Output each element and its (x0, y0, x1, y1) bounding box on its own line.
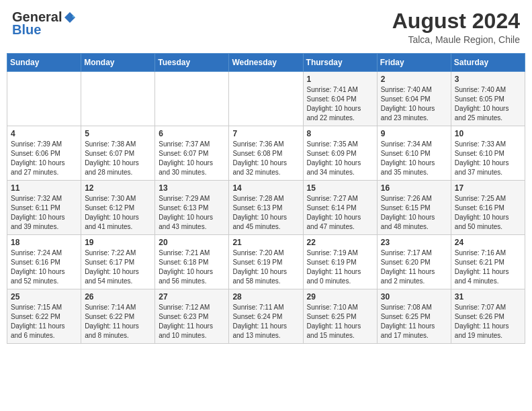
day-info: Sunrise: 7:16 AMSunset: 6:21 PMDaylight:… (455, 248, 521, 286)
calendar-week-2: 4Sunrise: 7:39 AMSunset: 6:06 PMDaylight… (7, 126, 525, 181)
calendar-cell: 19Sunrise: 7:22 AMSunset: 6:17 PMDayligh… (81, 235, 155, 289)
day-number: 19 (85, 238, 151, 247)
day-info: Sunrise: 7:36 AMSunset: 6:08 PMDaylight:… (232, 140, 299, 177)
calendar-cell: 23Sunrise: 7:17 AMSunset: 6:20 PMDayligh… (377, 235, 451, 289)
calendar-cell: 6Sunrise: 7:37 AMSunset: 6:07 PMDaylight… (155, 126, 229, 181)
day-info: Sunrise: 7:37 AMSunset: 6:07 PMDaylight:… (159, 140, 225, 177)
calendar-cell: 22Sunrise: 7:19 AMSunset: 6:19 PMDayligh… (303, 235, 377, 289)
calendar-cell: 18Sunrise: 7:24 AMSunset: 6:16 PMDayligh… (7, 235, 81, 289)
calendar-cell (155, 72, 229, 126)
day-number: 23 (381, 238, 447, 247)
day-info: Sunrise: 7:33 AMSunset: 6:10 PMDaylight:… (455, 140, 521, 177)
calendar-cell: 30Sunrise: 7:08 AMSunset: 6:25 PMDayligh… (377, 289, 451, 344)
day-info: Sunrise: 7:26 AMSunset: 6:15 PMDaylight:… (381, 194, 447, 232)
calendar-cell: 13Sunrise: 7:29 AMSunset: 6:13 PMDayligh… (155, 181, 229, 235)
logo-icon (63, 11, 77, 24)
logo-blue: Blue (12, 22, 41, 38)
day-info: Sunrise: 7:25 AMSunset: 6:16 PMDaylight:… (455, 194, 521, 232)
calendar-cell: 1Sunrise: 7:41 AMSunset: 6:04 PMDaylight… (303, 72, 377, 126)
calendar-cell: 15Sunrise: 7:27 AMSunset: 6:14 PMDayligh… (303, 181, 377, 235)
day-number: 3 (455, 75, 521, 84)
day-number: 15 (307, 183, 373, 193)
day-info: Sunrise: 7:30 AMSunset: 6:12 PMDaylight:… (85, 194, 151, 232)
day-number: 28 (232, 292, 299, 302)
calendar-cell: 3Sunrise: 7:40 AMSunset: 6:05 PMDaylight… (451, 72, 525, 126)
calendar-cell: 26Sunrise: 7:14 AMSunset: 6:22 PMDayligh… (81, 289, 155, 344)
day-info: Sunrise: 7:11 AMSunset: 6:24 PMDaylight:… (232, 303, 299, 340)
calendar-cell: 4Sunrise: 7:39 AMSunset: 6:06 PMDaylight… (7, 126, 81, 181)
day-number: 21 (232, 238, 299, 247)
calendar-cell: 20Sunrise: 7:21 AMSunset: 6:18 PMDayligh… (155, 235, 229, 289)
day-number: 26 (85, 292, 151, 302)
day-number: 11 (11, 183, 77, 193)
calendar-cell: 21Sunrise: 7:20 AMSunset: 6:19 PMDayligh… (229, 235, 303, 289)
calendar-cell: 12Sunrise: 7:30 AMSunset: 6:12 PMDayligh… (81, 181, 155, 235)
location: Talca, Maule Region, Chile (392, 34, 520, 45)
day-number: 1 (307, 75, 373, 84)
day-info: Sunrise: 7:17 AMSunset: 6:20 PMDaylight:… (381, 248, 447, 286)
day-info: Sunrise: 7:15 AMSunset: 6:22 PMDaylight:… (11, 303, 77, 340)
calendar-cell: 11Sunrise: 7:32 AMSunset: 6:11 PMDayligh… (7, 181, 81, 235)
day-number: 9 (381, 129, 447, 138)
calendar-week-3: 11Sunrise: 7:32 AMSunset: 6:11 PMDayligh… (7, 181, 525, 235)
day-number: 14 (232, 183, 299, 193)
day-number: 16 (381, 183, 447, 193)
day-number: 6 (159, 129, 225, 138)
calendar-cell: 27Sunrise: 7:12 AMSunset: 6:23 PMDayligh… (155, 289, 229, 344)
day-info: Sunrise: 7:29 AMSunset: 6:13 PMDaylight:… (159, 194, 225, 232)
day-number: 7 (232, 129, 299, 138)
calendar-cell: 10Sunrise: 7:33 AMSunset: 6:10 PMDayligh… (451, 126, 525, 181)
page-header: General Blue August 2024 Talca, Maule Re… (7, 7, 525, 48)
calendar-cell: 9Sunrise: 7:34 AMSunset: 6:10 PMDaylight… (377, 126, 451, 181)
day-header-sunday: Sunday (7, 54, 81, 72)
day-info: Sunrise: 7:14 AMSunset: 6:22 PMDaylight:… (85, 303, 151, 340)
day-info: Sunrise: 7:22 AMSunset: 6:17 PMDaylight:… (85, 248, 151, 286)
day-info: Sunrise: 7:38 AMSunset: 6:07 PMDaylight:… (85, 140, 151, 177)
day-info: Sunrise: 7:19 AMSunset: 6:19 PMDaylight:… (307, 248, 373, 286)
day-number: 2 (381, 75, 447, 84)
day-info: Sunrise: 7:27 AMSunset: 6:14 PMDaylight:… (307, 194, 373, 232)
day-number: 20 (159, 238, 225, 247)
calendar-cell (229, 72, 303, 126)
calendar-cell: 29Sunrise: 7:10 AMSunset: 6:25 PMDayligh… (303, 289, 377, 344)
calendar-cell: 8Sunrise: 7:35 AMSunset: 6:09 PMDaylight… (303, 126, 377, 181)
calendar-cell (81, 72, 155, 126)
title-block: August 2024 Talca, Maule Region, Chile (392, 9, 520, 45)
calendar-cell (7, 72, 81, 126)
day-number: 30 (381, 292, 447, 302)
day-info: Sunrise: 7:07 AMSunset: 6:26 PMDaylight:… (455, 303, 521, 340)
calendar-cell: 24Sunrise: 7:16 AMSunset: 6:21 PMDayligh… (451, 235, 525, 289)
day-info: Sunrise: 7:34 AMSunset: 6:10 PMDaylight:… (381, 140, 447, 177)
month-year: August 2024 (392, 9, 520, 33)
day-number: 24 (455, 238, 521, 247)
day-header-saturday: Saturday (451, 54, 525, 72)
calendar-cell: 28Sunrise: 7:11 AMSunset: 6:24 PMDayligh… (229, 289, 303, 344)
day-header-thursday: Thursday (303, 54, 377, 72)
day-info: Sunrise: 7:35 AMSunset: 6:09 PMDaylight:… (307, 140, 373, 177)
day-header-tuesday: Tuesday (155, 54, 229, 72)
day-info: Sunrise: 7:41 AMSunset: 6:04 PMDaylight:… (307, 85, 373, 123)
day-info: Sunrise: 7:39 AMSunset: 6:06 PMDaylight:… (11, 140, 77, 177)
day-number: 22 (307, 238, 373, 247)
day-info: Sunrise: 7:20 AMSunset: 6:19 PMDaylight:… (232, 248, 299, 286)
day-number: 8 (307, 129, 373, 138)
day-info: Sunrise: 7:40 AMSunset: 6:05 PMDaylight:… (455, 85, 521, 123)
day-number: 27 (159, 292, 225, 302)
calendar-cell: 5Sunrise: 7:38 AMSunset: 6:07 PMDaylight… (81, 126, 155, 181)
day-number: 13 (159, 183, 225, 193)
calendar-cell: 25Sunrise: 7:15 AMSunset: 6:22 PMDayligh… (7, 289, 81, 344)
calendar-cell: 16Sunrise: 7:26 AMSunset: 6:15 PMDayligh… (377, 181, 451, 235)
day-info: Sunrise: 7:08 AMSunset: 6:25 PMDaylight:… (381, 303, 447, 340)
day-info: Sunrise: 7:12 AMSunset: 6:23 PMDaylight:… (159, 303, 225, 340)
logo: General Blue (12, 9, 78, 38)
calendar-cell: 2Sunrise: 7:40 AMSunset: 6:04 PMDaylight… (377, 72, 451, 126)
day-number: 10 (455, 129, 521, 138)
calendar-cell: 14Sunrise: 7:28 AMSunset: 6:13 PMDayligh… (229, 181, 303, 235)
calendar-week-1: 1Sunrise: 7:41 AMSunset: 6:04 PMDaylight… (7, 72, 525, 126)
day-header-monday: Monday (81, 54, 155, 72)
day-info: Sunrise: 7:10 AMSunset: 6:25 PMDaylight:… (307, 303, 373, 340)
day-info: Sunrise: 7:32 AMSunset: 6:11 PMDaylight:… (11, 194, 77, 232)
day-number: 17 (455, 183, 521, 193)
day-info: Sunrise: 7:40 AMSunset: 6:04 PMDaylight:… (381, 85, 447, 123)
calendar-header-row: SundayMondayTuesdayWednesdayThursdayFrid… (7, 54, 525, 72)
